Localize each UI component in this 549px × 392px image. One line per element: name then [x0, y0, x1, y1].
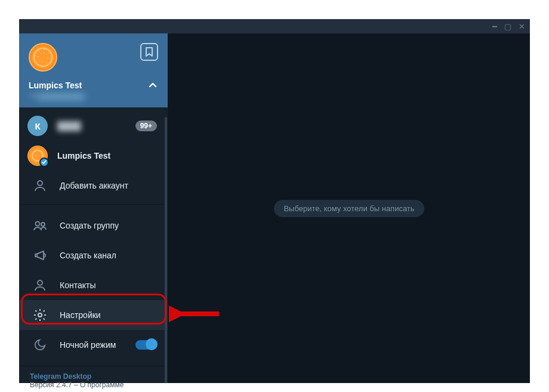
app-window: ━ ▢ ✕ Lumpics Test: [19, 19, 530, 383]
menu-label: Создать группу: [60, 221, 119, 230]
person-icon: [30, 175, 50, 196]
main-pane: Выберите, кому хотели бы написать: [168, 33, 530, 383]
menu-label: Настройки: [60, 310, 101, 320]
account-item-active[interactable]: Lumpics Test: [19, 141, 168, 171]
maximize-button[interactable]: ▢: [504, 23, 511, 30]
scrollbar[interactable]: [165, 117, 167, 383]
profile-name: Lumpics Test: [29, 81, 82, 90]
minimize-button[interactable]: ━: [492, 23, 497, 30]
avatar: [27, 146, 48, 166]
svg-point-1: [36, 222, 40, 226]
menu-label: Ночной режим: [60, 340, 116, 350]
moon-icon: [30, 335, 50, 355]
account-name: ████: [57, 121, 81, 131]
empty-state: Выберите, кому хотели бы написать: [274, 200, 424, 217]
app-name: Telegram Desktop: [30, 372, 157, 381]
add-account-item[interactable]: Добавить аккаунт: [19, 171, 168, 200]
saved-messages-button[interactable]: [140, 43, 158, 61]
menu-drawer: Lumpics Test +7 К ████ 99+: [19, 33, 168, 383]
contacts-item[interactable]: Контакты: [19, 270, 168, 300]
settings-item[interactable]: Настройки: [19, 300, 168, 330]
menu-label: Создать канал: [60, 251, 116, 260]
accounts-section: К ████ 99+ Lumpics Test: [19, 107, 168, 205]
window-titlebar: ━ ▢ ✕: [19, 19, 530, 33]
accounts-toggle[interactable]: [147, 80, 158, 91]
contact-icon: [30, 275, 50, 295]
svg-point-2: [41, 223, 45, 226]
new-group-item[interactable]: Создать группу: [19, 211, 168, 240]
night-mode-item[interactable]: Ночной режим: [19, 330, 168, 360]
check-badge-icon: [39, 158, 49, 167]
group-icon: [30, 215, 50, 236]
menu-label: Добавить аккаунт: [60, 181, 128, 190]
account-name: Lumpics Test: [57, 151, 110, 160]
drawer-footer: Telegram Desktop Версия 2.4.7 – О програ…: [19, 366, 168, 392]
menu-label: Контакты: [60, 280, 95, 290]
svg-point-4: [38, 313, 42, 317]
account-item[interactable]: К ████ 99+: [19, 111, 168, 141]
megaphone-icon: [30, 245, 50, 266]
profile-header: Lumpics Test +7: [19, 33, 168, 107]
new-channel-item[interactable]: Создать канал: [19, 240, 168, 270]
chevron-up-icon: [147, 80, 158, 91]
version-line[interactable]: Версия 2.4.7 – О программе: [30, 381, 157, 389]
night-mode-toggle[interactable]: [135, 340, 157, 350]
profile-phone: +7: [29, 92, 158, 100]
svg-point-0: [38, 181, 42, 186]
avatar: К: [27, 116, 48, 136]
menu-section-main: Создать группу Создать канал: [19, 205, 168, 366]
gear-icon: [30, 305, 50, 325]
svg-point-3: [38, 280, 42, 285]
profile-avatar[interactable]: [29, 43, 57, 72]
unread-badge: 99+: [135, 121, 157, 131]
bookmark-icon: [145, 47, 153, 57]
close-button[interactable]: ✕: [519, 23, 525, 30]
